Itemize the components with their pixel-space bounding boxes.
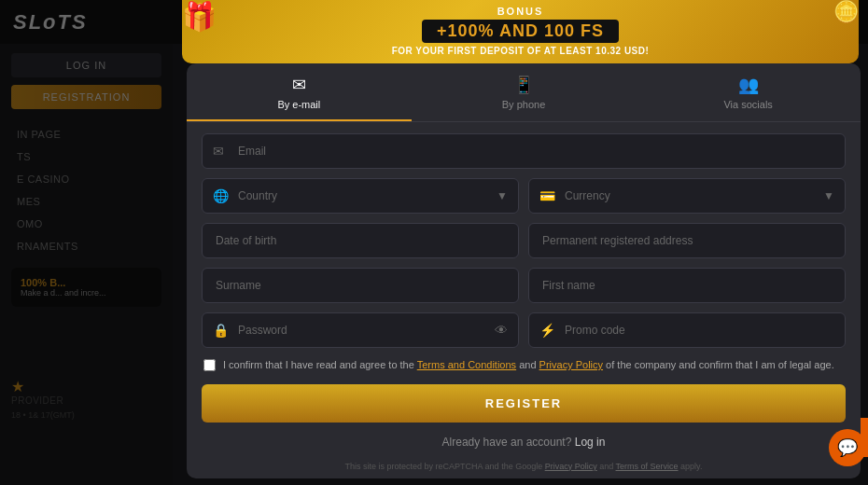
recaptcha-tos-link[interactable]: Terms of Service (616, 462, 679, 471)
recaptcha-privacy-link[interactable]: Privacy Policy (545, 462, 597, 471)
terms-link[interactable]: Terms and Conditions (417, 359, 516, 370)
registration-tabs: ✉ By e-mail 📱 By phone 👥 Via socials (187, 63, 861, 122)
chat-icon: 💬 (837, 437, 858, 458)
country-select[interactable]: Country (202, 178, 519, 214)
recaptcha-notice: This site is protected by reCAPTCHA and … (202, 462, 846, 471)
login-link[interactable]: Log in (575, 436, 606, 449)
already-account-row: Already have an account? Log in (202, 436, 846, 449)
bonus-sub-text: FOR YOUR FIRST DEPOSIT OF AT LEAST 10.32… (392, 46, 650, 56)
registration-form: ✉ 🌐 Country ▼ 💳 Currency ▼ (187, 122, 861, 482)
surname-group (202, 268, 519, 303)
gift-left-icon: 🎁 (182, 0, 217, 33)
dob-field[interactable] (202, 223, 519, 258)
email-tab-icon: ✉ (292, 75, 306, 95)
bonus-banner: 🎁 🪙 BONUS +100% AND 100 FS FOR YOUR FIRS… (182, 0, 859, 63)
chat-bubble[interactable]: 💬 (829, 429, 866, 466)
firstname-field[interactable] (528, 268, 846, 303)
terms-label: I confirm that I have read and agree to … (223, 357, 834, 373)
tab-phone-label: By phone (502, 99, 545, 110)
email-row: ✉ (202, 133, 846, 169)
currency-group: 💳 Currency ▼ (528, 178, 846, 214)
already-account-text: Already have an account? (442, 436, 572, 449)
terms-checkbox-row: I confirm that I have read and agree to … (202, 357, 846, 373)
socials-tab-icon: 👥 (738, 75, 759, 95)
tab-email[interactable]: ✉ By e-mail (187, 63, 412, 121)
promo-group: ⚡ (528, 312, 846, 348)
privacy-link[interactable]: Privacy Policy (539, 359, 603, 370)
password-group: 🔒 👁 (202, 312, 519, 348)
promo-field[interactable] (528, 312, 846, 348)
bonus-label: BONUS (497, 6, 544, 17)
country-group: 🌐 Country ▼ (202, 178, 519, 214)
password-promo-row: 🔒 👁 ⚡ (202, 312, 846, 348)
currency-placeholder: Currency (565, 189, 610, 202)
email-field[interactable] (202, 133, 846, 169)
registration-modal: ✉ By e-mail 📱 By phone 👥 Via socials ✉ 🌐 (187, 63, 861, 478)
email-group: ✉ (202, 133, 846, 169)
terms-checkbox[interactable] (203, 359, 216, 371)
dob-address-row (202, 223, 846, 258)
dob-group (202, 223, 519, 258)
surname-field[interactable] (202, 268, 519, 303)
tab-socials[interactable]: 👥 Via socials (636, 63, 861, 121)
country-placeholder: Country (238, 189, 277, 202)
tab-socials-label: Via socials (723, 99, 772, 110)
phone-tab-icon: 📱 (513, 75, 534, 95)
register-button[interactable]: REGISTER (202, 384, 846, 423)
coin-right-icon: 🪙 (833, 0, 859, 33)
name-row (202, 268, 846, 303)
currency-select[interactable]: Currency (528, 178, 846, 214)
password-toggle-icon[interactable]: 👁 (495, 323, 508, 338)
address-field[interactable] (528, 223, 846, 258)
country-currency-row: 🌐 Country ▼ 💳 Currency ▼ (202, 178, 846, 214)
tab-email-label: By e-mail (277, 99, 320, 110)
address-group (528, 223, 846, 258)
bonus-amount: +100% AND 100 FS (422, 20, 619, 43)
firstname-group (528, 268, 846, 303)
password-field[interactable] (202, 312, 519, 348)
tab-phone[interactable]: 📱 By phone (412, 63, 637, 121)
